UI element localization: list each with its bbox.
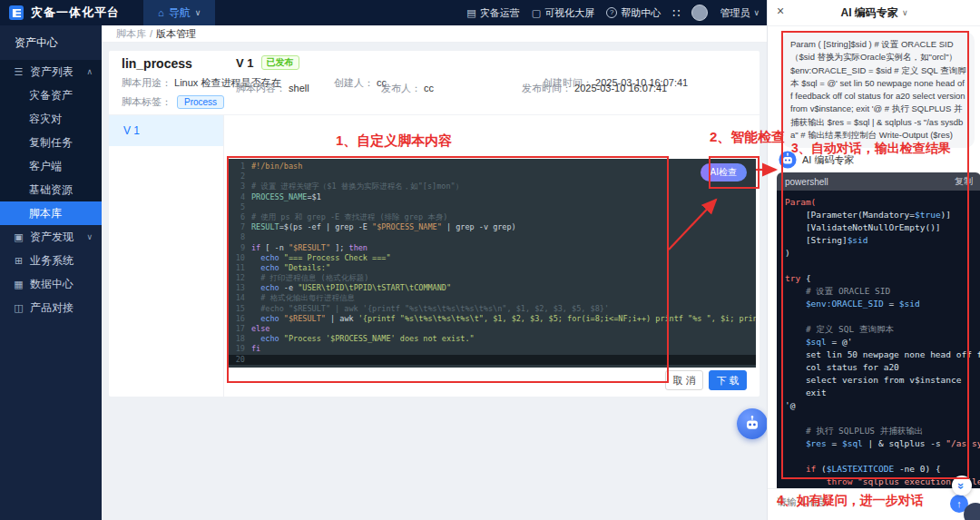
code-line: 2	[227, 172, 756, 182]
sidebar-item-label: 数据中心	[30, 272, 74, 296]
sidebar-item-asset-center[interactable]: 资产中心	[0, 25, 102, 60]
code-line: 16 echo "$RESULT" | awk '{printf "%s\t%s…	[227, 314, 756, 324]
published-value: 2025-03-10 16:07:41	[574, 83, 667, 93]
code-line: [Parameter(Mandatory=$true)]	[785, 209, 980, 221]
version-header: V 1 已发布	[236, 55, 299, 70]
breadcrumb-current: 版本管理	[156, 27, 196, 41]
app-grid-icon[interactable]: ∷	[672, 6, 680, 20]
version-list-item[interactable]: V 1	[109, 115, 223, 146]
code-line: 9if [ -n "$RESULT" ]; then	[227, 243, 756, 253]
breadcrumb-separator: /	[150, 28, 152, 39]
version-published: 发布时间： 2025-03-10 16:07:41	[522, 82, 667, 95]
message-input-bar: ↑	[768, 488, 980, 520]
ai-avatar-icon	[779, 151, 797, 169]
topbar-item-bigscreen[interactable]: ▢ 可视化大屏	[532, 6, 594, 20]
sidebar-item-label: 灾备资产	[29, 89, 73, 102]
code-line	[785, 310, 980, 323]
status-badge: 已发布	[261, 55, 299, 70]
sidebar-item-business-systems[interactable]: ⊞业务系统	[0, 249, 102, 272]
sidebar-item-label: 资产列表	[30, 60, 74, 83]
code-line: 19fi	[227, 344, 756, 354]
code-block-header: powershell 复制	[777, 172, 980, 191]
sidebar-menu: 资产中心☰资产列表∧灾备资产容灾对复制任务客户端基础资源脚本库▣资产发现∨⊞业务…	[0, 25, 102, 520]
sidebar-item-script-library[interactable]: 脚本库	[0, 201, 102, 225]
content-label: 脚本内容：	[236, 83, 286, 93]
code-line: 3# 设置 进程关键字（$1 替换为实际进程名，如"[s]mon"）	[227, 182, 756, 191]
chevron-down-icon: ∨	[195, 8, 201, 17]
nav-menu-label: 导航	[169, 5, 191, 21]
topbar-right: ▤ 灾备运营 ▢ 可视化大屏 ? 帮助中心 ∷ 管理员 ∨	[466, 5, 767, 21]
code-line: 15 #echo "$RESULT" | awk '{printf "%s\t%…	[227, 304, 756, 314]
sidebar-item-label: 基础资源	[29, 183, 73, 196]
script-code-editor[interactable]: AI检查 1#!/bin/bash23# 设置 进程关键字（$1 替换为实际进程…	[227, 159, 756, 368]
scroll-to-bottom-button[interactable]: »	[952, 476, 972, 495]
code-line: # 执行 SQLPLUS 并捕获输出	[785, 425, 980, 437]
robot-icon	[742, 414, 762, 434]
sidebar-item-label: 资产发现	[30, 225, 74, 249]
product-dock-icon: ◫	[13, 296, 24, 319]
asset-list-icon: ☰	[13, 60, 24, 83]
breadcrumb: 脚本库 / 版本管理	[102, 25, 767, 43]
publisher-value: cc	[424, 83, 434, 93]
sidebar-item-data-center[interactable]: ▦数据中心	[0, 272, 102, 296]
code-line: exit	[785, 387, 980, 399]
powershell-code-block: powershell 复制 Param( [Parameter(Mandator…	[777, 172, 980, 501]
code-line: 10 echo "=== Process Check ==="	[227, 253, 756, 263]
code-line: # 设置 ORACLE SID	[785, 285, 980, 298]
data-center-icon: ▦	[13, 272, 24, 296]
topbar-item-help[interactable]: ? 帮助中心	[606, 6, 661, 20]
copy-button[interactable]: 复制	[955, 175, 973, 188]
version-number: V 1	[236, 56, 254, 70]
code-line	[785, 412, 980, 425]
version-publisher: 发布人： cc	[381, 82, 434, 95]
sidebar-item-clients[interactable]: 客户端	[0, 154, 102, 178]
ai-check-button[interactable]: AI检查	[701, 163, 747, 182]
code-line: $env:ORACLE_SID = $sid	[785, 298, 980, 310]
sidebar-item-label: 容灾对	[29, 113, 62, 125]
sidebar-item-dr-pairs[interactable]: 容灾对	[0, 107, 102, 131]
breadcrumb-parent[interactable]: 脚本库	[116, 27, 146, 41]
code-line: [String]$sid	[785, 234, 980, 247]
user-menu[interactable]: 管理员 ∨	[720, 6, 760, 20]
sidebar-item-base-resources[interactable]: 基础资源	[0, 178, 102, 201]
nav-menu-button[interactable]: ⌂ 导航 ∨	[143, 0, 215, 25]
user-message-bubble: Param ( [String]$sid ) # 设置 ORACLE SID（$…	[782, 32, 975, 148]
send-arrow-icon: ↑	[956, 498, 962, 509]
script-detail-card: lin_process 脚本用途： Linux 检查进程是否存在 创建人： cc…	[109, 51, 760, 397]
script-creator: 创建人： cc	[334, 76, 387, 90]
sidebar-item-asset-discovery[interactable]: ▣资产发现∨	[0, 225, 102, 249]
code-line: col status for a20	[785, 361, 980, 374]
code-line: )	[785, 247, 980, 260]
content-value: shell	[289, 83, 309, 93]
caret-icon: ∨	[86, 225, 93, 249]
code-line: 4PROCESS_NAME=$1	[227, 192, 756, 202]
help-icon: ?	[606, 7, 617, 18]
code-line: 5	[227, 202, 756, 212]
code-line: 12 # 打印进程信息 (格式化标题)	[227, 273, 756, 283]
sidebar-item-replication-tasks[interactable]: 复制任务	[0, 131, 102, 154]
script-tag[interactable]: Process	[177, 95, 224, 109]
download-button[interactable]: 下 载	[709, 370, 747, 390]
user-avatar[interactable]	[691, 5, 708, 21]
sidebar-item-label: 业务系统	[30, 249, 74, 272]
sidebar-item-product-dock[interactable]: ◫产品对接	[0, 296, 102, 319]
code-line: Param(	[785, 196, 980, 209]
code-line: 8	[227, 232, 756, 242]
close-icon[interactable]: ×	[777, 4, 784, 18]
code-line	[785, 260, 980, 272]
sidebar-item-asset-list[interactable]: ☰资产列表∧	[0, 60, 102, 83]
double-chevron-down-icon: »	[955, 482, 968, 488]
ai-assistant-floating-button[interactable]	[737, 408, 768, 439]
app-title: 灾备一体化平台	[31, 5, 120, 21]
message-input[interactable]	[775, 495, 915, 508]
topbar: 灾备一体化平台 ⌂ 导航 ∨ ▤ 灾备运营 ▢ 可视化大屏 ? 帮助中心 ∷ 管…	[0, 0, 767, 25]
topbar-item-operations[interactable]: ▤ 灾备运营	[466, 6, 519, 20]
app-root: 灾备一体化平台 ⌂ 导航 ∨ ▤ 灾备运营 ▢ 可视化大屏 ? 帮助中心 ∷ 管…	[0, 0, 980, 520]
sidebar-item-dr-assets[interactable]: 灾备资产	[0, 83, 102, 107]
code-line: set lin 50 newpage none head off feedbac…	[785, 348, 980, 361]
cancel-button[interactable]: 取 消	[665, 370, 703, 390]
code-line: 18 echo "Process '$PROCESS_NAME' does no…	[227, 334, 756, 344]
sidebar-item-label: 资产中心	[15, 36, 58, 49]
ai-panel-header: × AI 编码专家 ∨	[768, 0, 980, 26]
code-line: [ValidateNotNullOrEmpty()]	[785, 221, 980, 234]
